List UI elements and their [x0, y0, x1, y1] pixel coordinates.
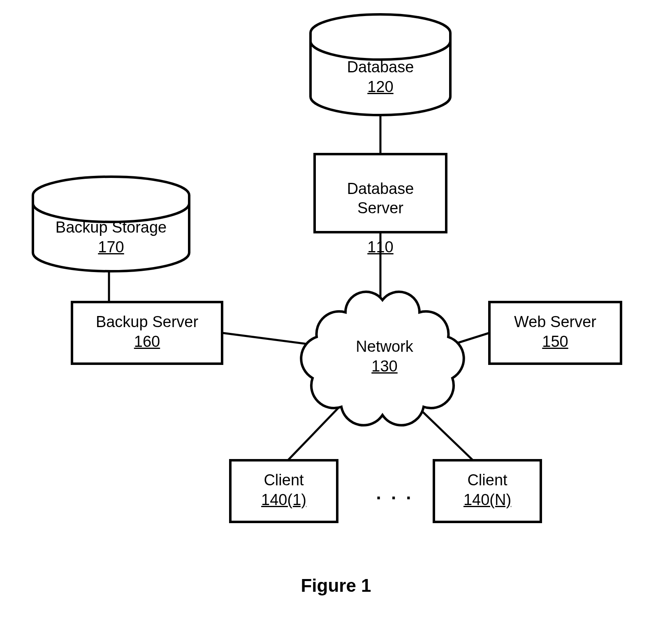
backup-storage-label: Backup Storage 170: [33, 218, 189, 257]
client-last-ref: 140(N): [434, 490, 541, 510]
client-last-name: Client: [434, 471, 541, 490]
database-ref: 120: [311, 77, 450, 97]
database-server-label: Database Server 110: [315, 159, 446, 277]
backup-server-label: Backup Server 160: [72, 312, 222, 351]
network-name: Network: [317, 337, 452, 357]
svg-line-3: [222, 333, 317, 345]
client-first-name: Client: [230, 471, 337, 490]
database-server-name: Database Server: [315, 179, 446, 218]
client-first-ref: 140(1): [230, 490, 337, 510]
backup-server-name: Backup Server: [72, 312, 222, 332]
svg-line-5: [288, 405, 341, 460]
svg-line-6: [415, 405, 473, 460]
database-server-ref: 110: [315, 238, 446, 257]
diagram-canvas: Database 120 Database Server 110 Backup …: [0, 0, 672, 623]
database-name: Database: [311, 58, 450, 77]
clients-ellipsis: . . .: [362, 483, 428, 503]
database-label: Database 120: [311, 58, 450, 97]
web-server-label: Web Server 150: [489, 312, 621, 351]
web-server-ref: 150: [489, 332, 621, 352]
network-ref: 130: [317, 357, 452, 376]
network-label: Network 130: [317, 337, 452, 376]
web-server-name: Web Server: [489, 312, 621, 332]
backup-server-ref: 160: [72, 332, 222, 352]
figure-caption: Figure 1: [0, 575, 672, 596]
client-first-label: Client 140(1): [230, 471, 337, 510]
backup-storage-name: Backup Storage: [33, 218, 189, 238]
backup-storage-ref: 170: [33, 238, 189, 257]
client-last-label: Client 140(N): [434, 471, 541, 510]
